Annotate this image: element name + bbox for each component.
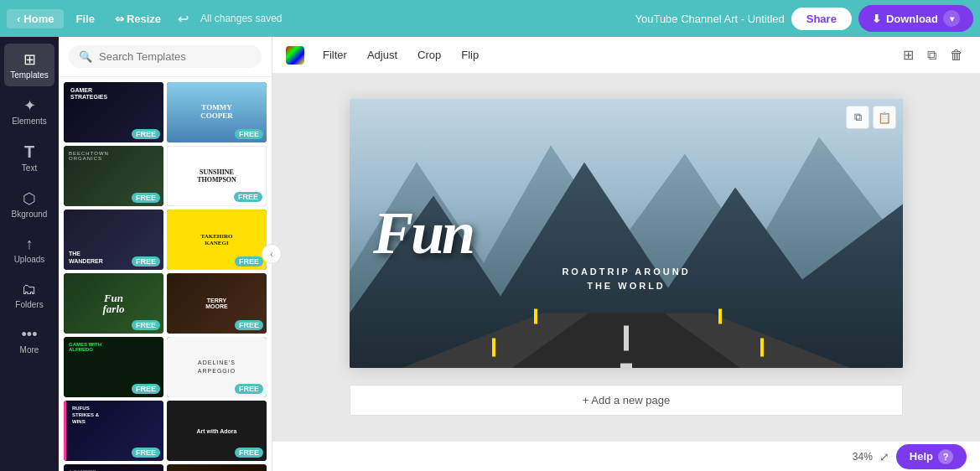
tpl-adeline-text: ADELINE'SARPEGGIO [198, 359, 236, 375]
panel-collapse-toggle[interactable]: ‹ [262, 244, 282, 264]
template-card-art-adora[interactable]: Art with Adora FREE [167, 401, 267, 461]
help-button[interactable]: Help ? [896, 444, 967, 469]
sidebar-label-background: Bkground [12, 210, 48, 219]
sidebar-label-templates: Templates [10, 70, 49, 80]
template-card-tasteshacker[interactable]: the tasteshacker FREE [167, 464, 267, 471]
canvas-scroll[interactable]: ⧉ 📋 [272, 74, 980, 441]
template-card-fun-farlo[interactable]: Funfarlo FREE [64, 273, 163, 334]
sidebar-item-uploads[interactable]: ↑ Uploads [4, 229, 54, 271]
share-button[interactable]: Share [791, 8, 852, 30]
template-badge-kanegi-free: FREE [235, 256, 263, 267]
search-input-wrap[interactable]: 🔍 [69, 45, 262, 68]
download-label: Download [886, 13, 938, 25]
sidebar-label-uploads: Uploads [14, 255, 45, 264]
elements-icon: ✦ [23, 96, 36, 115]
folders-icon: 🗂 [22, 281, 37, 298]
template-badge-free: FREE [132, 129, 160, 139]
resize-label: Resize [127, 13, 161, 25]
resize-button[interactable]: ⇔ Resize [106, 9, 169, 28]
undo-button[interactable]: ↩ [173, 8, 194, 30]
save-status: All changes saved [200, 13, 282, 24]
add-page-label: + Add a new page [583, 394, 670, 406]
template-badge-art-free: FREE [235, 448, 263, 458]
template-card-kanegi[interactable]: TAKEHIROKANEGI FREE [167, 210, 267, 270]
template-card-beechtown[interactable]: BEECHTOWNORGANICS FREE [64, 146, 163, 206]
tpl-sunshine-text: SUNSHINETHOMPSON [197, 168, 236, 184]
copy-canvas-button[interactable]: 📋 [873, 106, 896, 129]
help-label: Help [910, 450, 933, 463]
template-badge-wanderer-free: FREE [132, 256, 160, 267]
chevron-left-icon: ‹ [17, 13, 20, 25]
uploads-icon: ↑ [26, 236, 34, 253]
more-icon: ••• [22, 326, 38, 344]
canvas-corner-buttons: ⧉ 📋 [846, 106, 896, 129]
download-button[interactable]: ⬇ Download ▾ [858, 5, 973, 32]
template-card-adeline[interactable]: ADELINE'SARPEGGIO FREE [167, 337, 267, 397]
tpl-btown-text: BEECHTOWNORGANICS [64, 146, 163, 166]
crop-button[interactable]: Crop [409, 45, 449, 65]
tpl-games-text: GAMES WITHALFREDO [64, 337, 163, 357]
subtitle-line2: THE WORLD [587, 281, 666, 291]
sidebar-label-more: More [20, 345, 39, 355]
tpl-gamer2-text: A GAMER'SADVENTURES [64, 464, 163, 471]
sidebar-item-elements[interactable]: ✦ Elements [4, 90, 54, 132]
tpl-tommy-text: TOMMYCOOPER [200, 104, 233, 121]
svg-rect-8 [718, 309, 722, 324]
resize-icon: ⇔ [115, 13, 124, 25]
home-button[interactable]: ‹ Home [7, 9, 64, 28]
zoom-expand-button[interactable]: ⤢ [879, 450, 889, 463]
download-chevron-icon[interactable]: ▾ [943, 10, 960, 27]
tpl-kanegi-text: TAKEHIROKANEGI [201, 233, 233, 247]
file-button[interactable]: File [67, 9, 102, 28]
svg-rect-6 [620, 364, 632, 369]
duplicate-canvas-button[interactable]: ⧉ [846, 106, 869, 129]
design-title-text: Fun [373, 208, 473, 259]
document-title: YouTube Channel Art - Untitled [635, 13, 784, 25]
download-icon: ⬇ [872, 13, 881, 25]
template-card-gamer-strategies[interactable]: GAMERSTRATEGIES FREE [64, 82, 163, 142]
add-page-button[interactable]: + Add a new page [350, 385, 903, 416]
svg-rect-10 [760, 339, 764, 357]
topbar: ‹ Home File ⇔ Resize ↩ All changes saved… [0, 0, 980, 37]
sidebar-item-more[interactable]: ••• More [4, 319, 54, 361]
template-card-sunshine[interactable]: SUNSHINETHOMPSON FREE [167, 146, 267, 206]
template-badge-btown-free: FREE [132, 193, 160, 203]
adjust-button[interactable]: Adjust [359, 45, 406, 65]
color-filter-dot[interactable] [286, 46, 304, 65]
templates-panel: 🔍 GAMERSTRATEGIES FREE TOMMYCOOPER FREE [59, 37, 272, 471]
template-card-wanderer[interactable]: THEWANDERER FREE [64, 210, 163, 270]
svg-rect-9 [492, 339, 495, 357]
canvas-toolbar: Filter Adjust Crop Flip ⊞ ⧉ 🗑 [272, 37, 980, 74]
pink-accent-bar [64, 401, 66, 461]
canvas-design-image: Fun ROADTRIP AROUND THE WORLD [350, 99, 903, 368]
templates-grid: GAMERSTRATEGIES FREE TOMMYCOOPER FREE BE… [59, 77, 272, 471]
background-icon: ⬡ [23, 189, 36, 208]
template-badge-sunshine-free: FREE [234, 192, 262, 202]
tpl-fun-text: Funfarlo [103, 292, 125, 314]
sidebar-label-elements: Elements [12, 116, 47, 126]
text-icon: T [24, 142, 34, 162]
search-input[interactable] [99, 50, 251, 63]
template-card-games-alfredo[interactable]: GAMES WITHALFREDO FREE [64, 337, 163, 397]
template-card-terry[interactable]: TERRYMOORE FREE [167, 273, 267, 334]
grid-view-button[interactable]: ⊞ [900, 44, 917, 66]
sidebar-item-templates[interactable]: ⊞ Templates [4, 44, 54, 86]
delete-button[interactable]: 🗑 [946, 44, 967, 66]
canvas-frame[interactable]: ⧉ 📋 [350, 99, 903, 368]
template-badge-adeline-free: FREE [235, 384, 263, 394]
template-card-tommy-cooper[interactable]: TOMMYCOOPER FREE [167, 82, 267, 142]
sidebar-label-folders: Folders [15, 300, 43, 309]
search-bar: 🔍 [59, 37, 272, 77]
home-label: Home [23, 13, 54, 25]
zoom-level: 34% [853, 451, 873, 463]
template-card-gamer-adventures[interactable]: A GAMER'SADVENTURES FREE [64, 464, 163, 471]
template-card-rufus[interactable]: RUFUSSTRIKES &WINS FREE [64, 401, 163, 461]
sidebar-item-background[interactable]: ⬡ Bkground [4, 183, 54, 225]
tpl-rufus-text: RUFUSSTRIKES &WINS [64, 401, 163, 430]
sidebar-item-folders[interactable]: 🗂 Folders [4, 274, 54, 316]
flip-button[interactable]: Flip [453, 45, 487, 65]
copy-frame-button[interactable]: ⧉ [924, 44, 940, 66]
topbar-right: YouTube Channel Art - Untitled Share ⬇ D… [635, 5, 973, 32]
sidebar-item-text[interactable]: T Text [4, 136, 54, 179]
filter-button[interactable]: Filter [314, 45, 355, 65]
